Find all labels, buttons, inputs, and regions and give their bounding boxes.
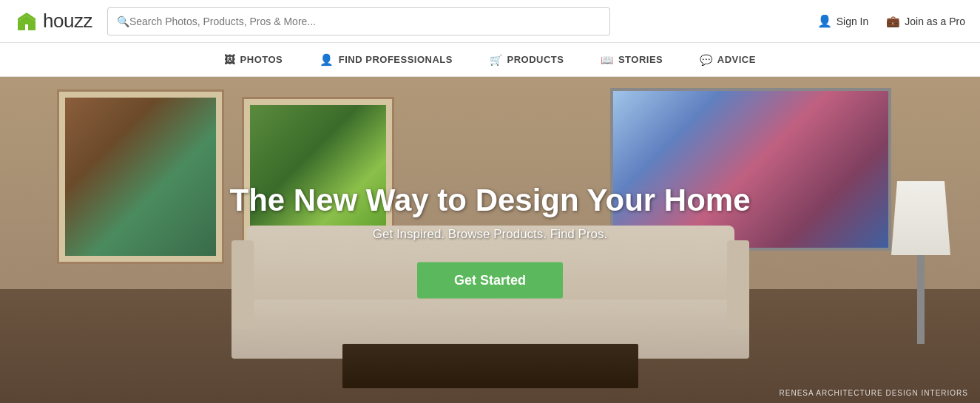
hero-content: The New Way to Design Your Home Get Insp…	[230, 182, 751, 298]
floor-lamp	[891, 181, 950, 344]
hero-subtitle: Get Inspired. Browse Products. Find Pros…	[230, 226, 751, 241]
search-input[interactable]	[129, 16, 601, 27]
search-icon	[117, 15, 129, 28]
logo[interactable]: houzz	[15, 10, 92, 33]
houzz-logo-icon	[15, 10, 38, 33]
advice-icon	[700, 53, 713, 67]
stories-icon	[601, 53, 614, 67]
find-pros-icon	[320, 53, 334, 67]
header: houzz Sign In Join as a Pro	[0, 0, 980, 43]
user-icon	[817, 14, 832, 28]
search-bar	[107, 7, 610, 35]
sign-in-label: Sign In	[837, 16, 869, 27]
nav-item-photos[interactable]: PHOTOS	[224, 53, 283, 67]
products-icon	[490, 53, 503, 67]
nav-label-products: PRODUCTS	[507, 54, 564, 65]
photos-icon	[224, 53, 236, 67]
lamp-shade	[891, 181, 950, 255]
nav-item-stories[interactable]: STORIES	[601, 53, 663, 67]
painting-1	[59, 92, 222, 262]
nav-label-photos: PHOTOS	[240, 54, 283, 65]
join-pro-button[interactable]: Join as a Pro	[886, 15, 965, 28]
nav-item-advice[interactable]: ADVICE	[700, 53, 756, 67]
nav-item-products[interactable]: PRODUCTS	[490, 53, 564, 67]
photo-credit: RENESA ARCHITECTURE DESIGN INTERIORS	[780, 389, 968, 397]
nav-label-stories: STORIES	[618, 54, 663, 65]
hero-section: The New Way to Design Your Home Get Insp…	[0, 77, 980, 403]
get-started-button[interactable]: Get Started	[417, 262, 563, 298]
join-pro-label: Join as a Pro	[905, 16, 965, 27]
nav-label-find-professionals: FIND PROFESSIONALS	[339, 54, 453, 65]
main-nav: PHOTOS FIND PROFESSIONALS PRODUCTS STORI…	[0, 43, 980, 77]
coffee-table	[342, 344, 638, 388]
header-actions: Sign In Join as a Pro	[817, 14, 965, 28]
nav-item-find-professionals[interactable]: FIND PROFESSIONALS	[320, 53, 453, 67]
logo-text: houzz	[43, 10, 92, 33]
hero-title: The New Way to Design Your Home	[230, 182, 751, 217]
briefcase-icon	[886, 15, 900, 28]
nav-label-advice: ADVICE	[717, 54, 756, 65]
sign-in-button[interactable]: Sign In	[817, 14, 869, 28]
lamp-base	[917, 255, 925, 344]
